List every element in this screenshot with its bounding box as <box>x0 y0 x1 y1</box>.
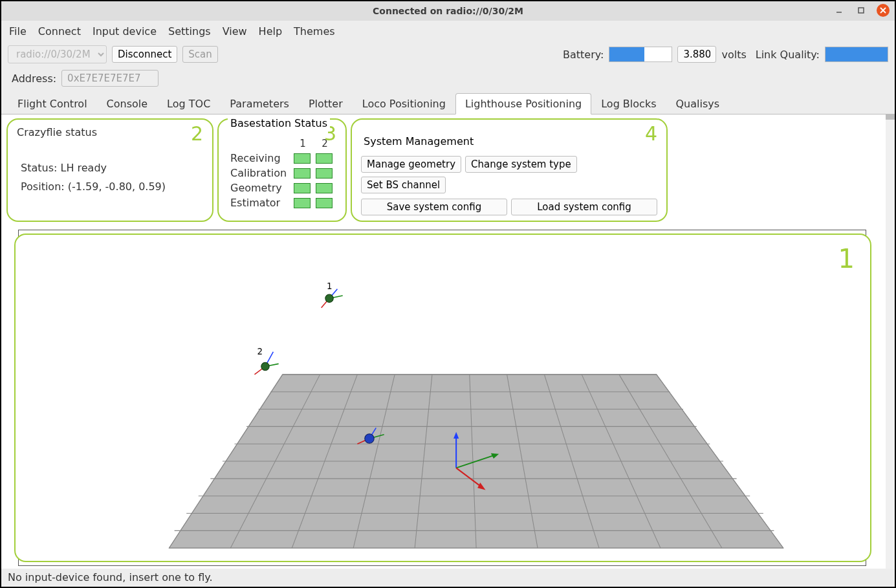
bs-cell-estimator-2 <box>316 198 333 208</box>
tab-qualisys[interactable]: Qualisys <box>666 93 729 114</box>
bs-cell-calibration-2 <box>316 168 333 179</box>
tab-log-blocks[interactable]: Log Blocks <box>591 93 666 114</box>
bs-row-estimator: Estimator <box>230 197 290 209</box>
menu-bar: File Connect Input device Settings View … <box>1 21 895 41</box>
annotation-4: 4 <box>645 122 657 145</box>
position-value: (-1.59, -0.80, 0.59) <box>68 180 166 193</box>
menu-file[interactable]: File <box>9 25 27 38</box>
panels-row: 2 Crazyflie status Status: LH ready Posi… <box>1 114 895 226</box>
basestation-status-panel: 3 Basestation Status 1 2 Receiving Calib… <box>217 118 347 222</box>
battery-fill <box>609 47 644 61</box>
menu-connect[interactable]: Connect <box>38 25 81 38</box>
bs-cell-receiving-1 <box>294 153 311 164</box>
menu-input-device[interactable]: Input device <box>93 25 157 38</box>
tab-bar: Flight Control Console Log TOC Parameter… <box>1 93 895 114</box>
window-title: Connected on radio://0/30/2M <box>1 6 895 16</box>
basestation-status-title: Basestation Status <box>228 117 330 129</box>
status-bar: No input-device found, insert one to fly… <box>1 569 895 587</box>
bs-cell-geometry-1 <box>294 183 311 193</box>
basestation-1-marker-icon: 1 <box>322 281 343 308</box>
bs-1-label: 1 <box>327 281 333 291</box>
scan-button[interactable]: Scan <box>182 46 217 63</box>
manage-geometry-button[interactable]: Manage geometry <box>361 156 461 173</box>
close-button[interactable] <box>877 4 890 17</box>
disconnect-button[interactable]: Disconnect <box>112 46 177 63</box>
title-bar: Connected on radio://0/30/2M <box>1 1 895 21</box>
save-system-config-button[interactable]: Save system config <box>361 199 507 215</box>
system-management-panel: 4 System Management Manage geometry Chan… <box>351 118 668 222</box>
bs-cell-calibration-1 <box>294 168 311 179</box>
bs-cell-estimator-1 <box>294 198 311 208</box>
maximize-icon <box>857 6 865 14</box>
scene-svg: 1 2 <box>16 235 870 561</box>
window-controls <box>833 4 890 17</box>
set-bs-channel-button[interactable]: Set BS channel <box>361 177 446 193</box>
svg-point-40 <box>325 294 333 302</box>
viz-3d[interactable]: 1 <box>14 234 871 562</box>
menu-view[interactable]: View <box>223 25 247 38</box>
bs-2-label: 2 <box>257 347 263 356</box>
scrollbar-thumb-top[interactable] <box>886 114 895 120</box>
address-row: Address: <box>1 67 895 93</box>
minimize-button[interactable] <box>833 4 846 17</box>
system-management-title: System Management <box>361 135 476 147</box>
basestation-2-marker-icon: 2 <box>254 347 278 375</box>
link-quality-bar <box>825 47 888 62</box>
menu-settings[interactable]: Settings <box>168 25 211 38</box>
svg-rect-1 <box>858 8 864 13</box>
svg-point-36 <box>365 434 374 443</box>
tab-lighthouse-positioning[interactable]: Lighthouse Positioning <box>455 93 591 114</box>
crazyflie-status-title: Crazyflie status <box>17 126 203 138</box>
tab-content: 2 Crazyflie status Status: LH ready Posi… <box>1 114 895 569</box>
battery-bar <box>609 47 672 62</box>
bs-col-1: 1 <box>294 138 312 149</box>
battery-label: Battery: <box>563 49 604 61</box>
svg-point-44 <box>261 362 269 370</box>
menu-help[interactable]: Help <box>259 25 282 38</box>
change-system-type-button[interactable]: Change system type <box>465 156 577 173</box>
annotation-2: 2 <box>191 122 203 145</box>
status-value: LH ready <box>60 162 107 174</box>
tab-loco-positioning[interactable]: Loco Positioning <box>353 93 455 114</box>
tab-log-toc[interactable]: Log TOC <box>157 93 220 114</box>
app-window: Connected on radio://0/30/2M File Connec… <box>0 0 896 588</box>
status-label: Status: <box>21 162 57 174</box>
address-field[interactable] <box>61 70 158 87</box>
tab-plotter[interactable]: Plotter <box>299 93 353 114</box>
position-label: Position: <box>21 180 65 193</box>
load-system-config-button[interactable]: Load system config <box>511 199 657 215</box>
minimize-icon <box>835 6 843 14</box>
bs-row-receiving: Receiving <box>230 152 290 164</box>
tab-flight-control[interactable]: Flight Control <box>8 93 97 114</box>
close-icon <box>879 6 887 14</box>
bs-row-geometry: Geometry <box>230 182 290 194</box>
toolbar: radio://0/30/2M Disconnect Scan Battery:… <box>1 41 895 67</box>
tab-parameters[interactable]: Parameters <box>220 93 299 114</box>
volts-label: volts <box>721 49 746 61</box>
tab-console[interactable]: Console <box>97 93 158 114</box>
annotation-1: 1 <box>838 244 855 274</box>
link-quality-fill <box>825 47 888 61</box>
bs-row-calibration: Calibration <box>230 167 290 179</box>
uri-select[interactable]: radio://0/30/2M <box>8 45 107 63</box>
content-scrollbar[interactable] <box>886 114 895 569</box>
maximize-button[interactable] <box>855 4 868 17</box>
bs-cell-receiving-2 <box>316 153 333 164</box>
bs-cell-geometry-2 <box>316 183 333 193</box>
address-label: Address: <box>12 72 56 85</box>
battery-value-field[interactable] <box>677 46 716 63</box>
menu-themes[interactable]: Themes <box>294 25 335 38</box>
link-quality-label: Link Quality: <box>756 49 820 61</box>
crazyflie-status-panel: 2 Crazyflie status Status: LH ready Posi… <box>6 118 213 222</box>
